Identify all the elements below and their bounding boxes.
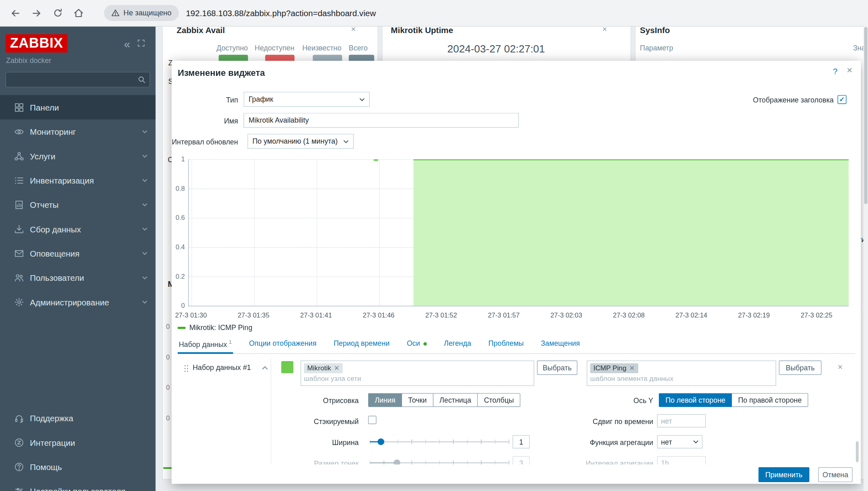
refresh-interval-select[interactable]: По умолчанию (1 минута) [247, 134, 354, 149]
chevron-down-icon [142, 178, 148, 183]
width-slider[interactable] [370, 435, 509, 449]
users-icon [15, 273, 24, 282]
item-tag-label: ICMP Ping [593, 364, 627, 372]
widget-close-icon[interactable]: × [351, 26, 356, 33]
sidebar-item-label: Оповещения [30, 249, 80, 258]
background-legend-swatch [164, 467, 172, 469]
segment-option-По левой стороне[interactable]: По левой стороне [659, 393, 732, 407]
remove-tag-icon[interactable]: ✕ [334, 364, 340, 372]
host-placeholder: шаблон узла сети [304, 375, 531, 382]
services-icon [15, 151, 24, 161]
graph-legend: Mikrotik: ICMP Ping [178, 324, 252, 332]
stacked-checkbox[interactable]: ✓ [368, 416, 377, 424]
inventory-icon [15, 176, 24, 185]
dialog-scrollbar-thumb[interactable] [856, 441, 859, 462]
sidebar-footer-menu: ПоддержкаИнтеграцииПомощьНастройки польз… [0, 406, 155, 491]
sidebar-item-Помощь[interactable]: Помощь [0, 455, 155, 479]
availability-column-Всего: Всего [349, 44, 368, 52]
security-badge[interactable]: Не защищено [104, 5, 179, 21]
sidebar-collapse-icon[interactable]: « [124, 40, 130, 49]
yaxis-label: Ось Y [565, 397, 653, 405]
chevron-down-icon [693, 440, 699, 444]
tab-Замещения[interactable]: Замещения [540, 337, 581, 354]
sidebar-item-Пользователи[interactable]: Пользователи [0, 265, 155, 290]
drag-handle-icon[interactable] [184, 364, 189, 373]
screen: Не защищено 192.168.103.88/zabbix.php?ac… [0, 0, 868, 491]
sidebar-item-Панели[interactable]: Панели [0, 95, 155, 119]
sidebar-item-Услуги[interactable]: Услуги [0, 144, 155, 168]
sidebar-expand-icon[interactable] [137, 39, 145, 49]
timeshift-input[interactable]: нет [657, 414, 706, 428]
sidebar-item-Сбор данных[interactable]: Сбор данных [0, 217, 155, 241]
width-value-input[interactable]: 1 [513, 435, 530, 449]
background-axis-label: 0 [166, 384, 170, 391]
address-bar[interactable]: 192.168.103.88/zabbix.php?action=dashboa… [186, 8, 376, 18]
page-scrollbar[interactable] [864, 26, 868, 491]
segment-option-Точки[interactable]: Точки [402, 393, 434, 407]
item-multiselect[interactable]: ICMP Ping ✕ шаблон элемента данных [587, 361, 776, 386]
aggregation-interval-input: 1h [657, 456, 706, 465]
apply-button[interactable]: Применить [759, 467, 809, 482]
back-button[interactable] [6, 4, 24, 22]
segment-option-По правой стороне[interactable]: По правой стороне [732, 393, 809, 407]
sidebar-item-Отчеты[interactable]: Отчеты [0, 192, 155, 217]
search-icon[interactable] [138, 76, 145, 86]
help-icon[interactable]: ? [833, 66, 837, 75]
name-input[interactable]: Mikrotik Availability [243, 113, 518, 128]
collapse-dataset-icon[interactable] [262, 363, 268, 373]
type-select[interactable]: График [243, 92, 370, 107]
reload-button[interactable] [49, 4, 67, 22]
dataset-divider [271, 358, 271, 464]
point-size-label: Размер точек [270, 460, 359, 464]
sidebar-item-Настройки пользователя[interactable]: Настройки пользователя [0, 479, 155, 491]
aggregation-function-select[interactable]: нет [657, 435, 702, 449]
slider-handle[interactable] [377, 439, 384, 445]
sidebar-item-Мониторинг[interactable]: Мониторинг [0, 119, 155, 144]
sidebar-item-label: Услуги [30, 151, 55, 161]
server-name: Zabbix docker [6, 56, 51, 65]
x-axis-tick-label: 27-3 02:14 [668, 311, 715, 319]
sidebar-item-Поддержка[interactable]: Поддержка [0, 406, 155, 430]
host-multiselect[interactable]: Mikrotik ✕ шаблон узла сети [301, 361, 535, 386]
tab-Набор данных[interactable]: Набор данных1 [178, 337, 233, 354]
select-item-button[interactable]: Выбрать [779, 361, 822, 375]
cancel-button[interactable]: Отмена [818, 467, 853, 482]
user-settings-icon [15, 486, 24, 491]
sidebar-item-Оповещения[interactable]: Оповещения [0, 241, 155, 265]
home-button[interactable] [70, 4, 88, 22]
sidebar-item-label: Панели [30, 102, 59, 112]
sidebar-item-Инвентаризация[interactable]: Инвентаризация [0, 168, 155, 192]
host-tag[interactable]: Mikrotik ✕ [304, 363, 343, 373]
tab-Период времени[interactable]: Период времени [333, 337, 391, 354]
forward-button[interactable] [28, 4, 46, 22]
reload-icon [52, 8, 63, 18]
select-host-button[interactable]: Выбрать [537, 361, 577, 375]
remove-dataset-icon[interactable]: × [838, 362, 843, 372]
zabbix-logo[interactable]: ZABBIX [6, 34, 68, 52]
graph-plot-area [188, 159, 849, 307]
sidebar-item-label: Сбор данных [30, 224, 81, 234]
sidebar-search-input[interactable] [6, 72, 150, 87]
tab-Проблемы[interactable]: Проблемы [487, 337, 525, 354]
segment-option-Линия[interactable]: Линия [368, 393, 402, 407]
widget-close-icon[interactable]: × [602, 26, 607, 33]
chevron-down-icon [142, 153, 148, 158]
remove-tag-icon[interactable]: ✕ [629, 364, 635, 372]
tab-Оси[interactable]: Оси [406, 337, 428, 354]
series-area [414, 159, 849, 306]
tab-Опции отображения[interactable]: Опции отображения [248, 337, 318, 354]
tab-Легенда[interactable]: Легенда [443, 337, 472, 354]
segment-option-Лестница[interactable]: Лестница [433, 393, 478, 407]
item-tag[interactable]: ICMP Ping ✕ [590, 363, 638, 373]
close-icon[interactable]: × [847, 65, 852, 76]
dashboards-icon [15, 102, 24, 112]
sidebar-item-Интеграции[interactable]: Интеграции [0, 430, 155, 454]
show-header-checkbox[interactable]: ✓ [838, 95, 847, 104]
dataset-title: Набор данных #1 [193, 363, 251, 372]
page-scrollbar-thumb[interactable] [864, 27, 867, 204]
x-axis-tick-label: 27-3 02:03 [543, 311, 589, 319]
sidebar-item-Администрирование[interactable]: Администрирование [0, 290, 155, 314]
segment-option-Столбцы[interactable]: Столбцы [477, 393, 520, 407]
dataset-color-swatch[interactable] [281, 361, 294, 373]
y-axis-tick-label: 0.4 [172, 243, 185, 251]
